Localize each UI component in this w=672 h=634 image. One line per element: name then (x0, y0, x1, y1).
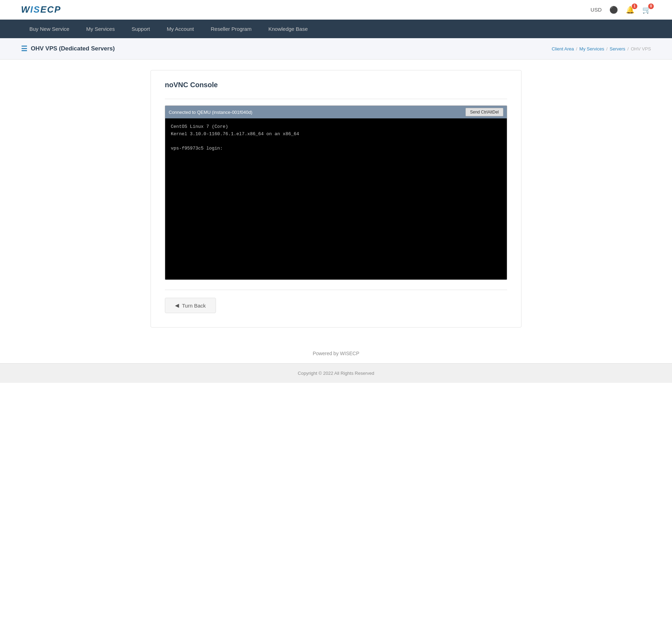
console-separator-bottom (165, 290, 507, 290)
page-title-area: ☰ OHV VPS (Dedicated Servers) (21, 44, 115, 53)
breadcrumb-my-services[interactable]: My Services (579, 46, 604, 51)
console-heading: noVNC Console (165, 81, 507, 89)
send-ctrl-alt-del-button[interactable]: Send CtrlAltDel (465, 108, 503, 116)
powered-by-text: Powered by WISECP (313, 351, 359, 356)
logo[interactable]: WISECP (21, 4, 61, 15)
nav-item-my-account[interactable]: My Account (158, 20, 202, 38)
breadcrumb: Client Area / My Services / Servers / OH… (552, 46, 651, 51)
breadcrumb-client-area[interactable]: Client Area (552, 46, 574, 51)
notifications-badge: 1 (632, 4, 637, 9)
breadcrumb-sep-3: / (628, 46, 629, 51)
page-title-icon: ☰ (21, 44, 27, 53)
page-header-bar: ☰ OHV VPS (Dedicated Servers) Client Are… (0, 38, 672, 60)
console-separator-top (165, 99, 507, 99)
main-nav: Buy New Service My Services Support My A… (0, 20, 672, 38)
terminal-line-4: vps-f95973c5 login: (171, 145, 501, 152)
vnc-screen[interactable]: CentOS Linux 7 (Core) Kernel 3.10.0-1160… (165, 118, 507, 280)
cart-badge: 0 (648, 4, 654, 9)
turn-back-icon: ◀ (175, 302, 179, 309)
header-right: USD ⚫ 🔔 1 🛒 0 (590, 6, 651, 14)
vnc-status-text: Connected to QEMU (instance-001f040d) (169, 110, 252, 115)
nav-item-reseller-program[interactable]: Reseller Program (202, 20, 260, 38)
breadcrumb-sep-1: / (576, 46, 578, 51)
page-title: OHV VPS (Dedicated Servers) (31, 45, 115, 52)
top-header: WISECP USD ⚫ 🔔 1 🛒 0 (0, 0, 672, 20)
turn-back-label: Turn Back (182, 303, 206, 309)
cart-icon[interactable]: 🛒 0 (642, 6, 651, 14)
turn-back-button[interactable]: ◀ Turn Back (165, 298, 216, 313)
vnc-toolbar: Connected to QEMU (instance-001f040d) Se… (165, 106, 507, 118)
powered-by: Powered by WISECP (0, 338, 672, 363)
terminal-line-3 (171, 138, 501, 145)
nav-item-support[interactable]: Support (123, 20, 159, 38)
currency-selector[interactable]: USD (590, 7, 602, 13)
breadcrumb-ohv-vps: OHV VPS (631, 46, 651, 51)
breadcrumb-servers[interactable]: Servers (610, 46, 625, 51)
main-content: noVNC Console Connected to QEMU (instanc… (150, 70, 522, 328)
site-footer: Copyright © 2022 All Rights Reserved (0, 363, 672, 383)
terminal-line-1: CentOS Linux 7 (Core) (171, 123, 501, 131)
nav-item-buy-new-service[interactable]: Buy New Service (21, 20, 78, 38)
notifications-icon[interactable]: 🔔 1 (626, 6, 635, 14)
nav-item-my-services[interactable]: My Services (78, 20, 123, 38)
nav-item-knowledge-base[interactable]: Knowledge Base (260, 20, 316, 38)
breadcrumb-sep-2: / (606, 46, 608, 51)
user-icon[interactable]: ⚫ (609, 6, 618, 14)
terminal-line-2: Kernel 3.10.0-1160.76.1.el7.x86_64 on an… (171, 131, 501, 138)
copyright-text: Copyright © 2022 All Rights Reserved (298, 371, 374, 376)
vnc-console-wrapper: Connected to QEMU (instance-001f040d) Se… (165, 105, 507, 280)
